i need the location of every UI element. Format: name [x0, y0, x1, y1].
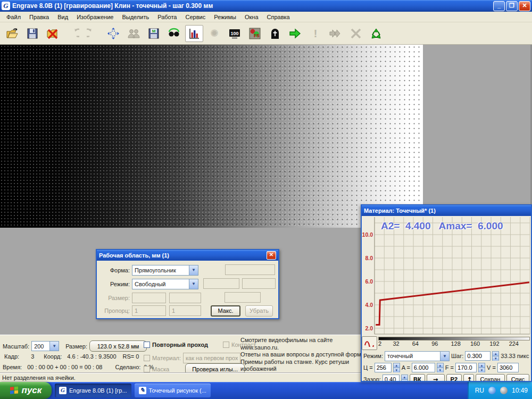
forma-select[interactable]: Прямоугольник ▼ — [132, 265, 198, 276]
workarea-dialog[interactable]: Рабочая область, мм (1) ✕ Форма: Прямоуг… — [96, 249, 279, 319]
material-chart[interactable]: A2= 4.400 Amax= 6.000 2.04.06.08.010.0 — [362, 216, 531, 336]
restore-button[interactable]: ❐ — [506, 1, 518, 11]
hidden-field-2 — [203, 278, 239, 289]
wave-mode-icon[interactable] — [362, 336, 377, 350]
max-button[interactable]: Макс. — [211, 305, 240, 317]
tray-mouse-icon[interactable] — [500, 387, 508, 394]
chevron-down-icon[interactable]: ▼ — [189, 265, 198, 275]
needle-up-button[interactable]: ↥ — [463, 374, 474, 382]
preview-glasses-icon[interactable] — [165, 25, 183, 42]
save-material-icon[interactable]: M — [145, 25, 163, 42]
taskbar-task-2[interactable]: ✎Точечный рисунок (... — [135, 384, 211, 397]
menu-item-2[interactable]: Правка — [25, 13, 53, 21]
proporc-w-field[interactable] — [132, 305, 166, 316]
a-field[interactable] — [412, 363, 435, 372]
x-tick-label: 224 — [509, 340, 519, 347]
zazor-spinner[interactable]: ▲▼ — [401, 375, 408, 382]
undo-icon[interactable] — [64, 25, 82, 42]
minimize-button[interactable]: _ — [493, 1, 505, 11]
menu-item-9[interactable]: Окна — [240, 13, 263, 21]
f-spinner[interactable]: ▲▼ — [478, 363, 485, 372]
chevron-down-icon[interactable]: ▼ — [189, 279, 198, 289]
zazor-label: Зазор: — [363, 376, 381, 382]
razmer-height-field[interactable] — [169, 293, 201, 303]
contrast-checkbox[interactable] — [223, 342, 229, 348]
size-value-button[interactable]: 123.0 x 52.8 мм — [89, 340, 147, 352]
menu-item-3[interactable]: Вид — [53, 13, 72, 21]
c-field[interactable] — [375, 363, 392, 372]
redo-icon[interactable] — [84, 25, 102, 42]
rezhim-select[interactable]: Свободный ▼ — [132, 279, 198, 289]
material-titlebar[interactable]: Материал: Точечный* (1) — [362, 205, 531, 216]
y-tick-label: 10.0 — [362, 231, 373, 238]
zazor-field[interactable] — [383, 375, 400, 382]
open-folder-icon[interactable] — [3, 25, 21, 42]
save-material-button[interactable]: Сохран — [476, 374, 505, 382]
chevron-down-icon[interactable]: ▼ — [49, 342, 59, 351]
x-tick-label: 160 — [470, 340, 480, 347]
language-indicator[interactable]: RU — [475, 387, 484, 394]
move-tool-icon[interactable] — [104, 25, 122, 42]
frame-label: Кадр: — [4, 353, 19, 360]
windows-flag-icon — [10, 386, 19, 394]
menu-item-10[interactable]: Справка — [263, 13, 294, 21]
f-label: F = — [445, 364, 454, 371]
remove-button[interactable]: Убрать — [245, 305, 273, 317]
tray-app-icon[interactable] — [488, 387, 496, 394]
menu-item-5[interactable]: Выделить — [118, 13, 153, 21]
v-field[interactable] — [497, 363, 519, 372]
hidden-field-4 — [225, 292, 261, 303]
start-button[interactable]: пуск — [0, 382, 52, 399]
toolbar: M✺100F5! — [0, 22, 532, 45]
portrait-cross-icon[interactable] — [266, 25, 284, 42]
close-button[interactable]: ✕ — [519, 1, 530, 11]
engraving-canvas[interactable] — [0, 45, 423, 228]
warning-icon[interactable]: ! — [306, 25, 325, 42]
pair-view-icon[interactable] — [124, 25, 143, 42]
taskbar: пуск GEngrave 8.0B (1) [гр...✎Точечный р… — [0, 382, 532, 399]
proporc-h-field[interactable] — [169, 305, 201, 316]
menu-item-7[interactable]: Сервис — [181, 13, 210, 21]
menu-item-6[interactable]: Работа — [153, 13, 181, 21]
workarea-dialog-titlebar[interactable]: Рабочая область, мм (1) ✕ — [97, 250, 278, 261]
repeat-pass-checkbox[interactable] — [144, 342, 150, 348]
a-spinner[interactable]: ▲▼ — [437, 363, 444, 372]
shag-field[interactable] — [465, 351, 491, 361]
menu-item-1[interactable]: Файл — [2, 13, 25, 21]
time-value: 00 : 00 00 + 00 : 00 = 00 : 08 — [27, 364, 102, 370]
save-floppy-icon[interactable] — [23, 25, 41, 42]
task-icon: ✎ — [139, 387, 146, 394]
scale-100-icon[interactable]: 100 — [226, 25, 244, 42]
histogram-icon[interactable] — [185, 25, 203, 42]
razmer-width-field[interactable] — [132, 293, 166, 303]
f5-screen-icon[interactable]: F5 — [246, 25, 264, 42]
chevron-down-icon[interactable]: ▼ — [440, 352, 449, 361]
stop-job-icon[interactable] — [347, 25, 365, 42]
y-tick-label: 6.0 — [365, 278, 373, 285]
window-titlebar[interactable]: G Engrave 8.0B (1) [гравирование] Клин -… — [0, 0, 532, 12]
menu-item-4[interactable]: Изображение — [72, 13, 118, 21]
delete-image-icon[interactable] — [44, 25, 62, 42]
power-curve-plot[interactable]: 2.04.06.08.010.0 — [362, 216, 531, 336]
f-field[interactable] — [455, 363, 477, 372]
mask-checkbox[interactable] — [144, 366, 150, 372]
workarea-close-icon[interactable]: ✕ — [267, 251, 276, 260]
menu-item-8[interactable]: Режимы — [210, 13, 240, 21]
hedgehog-test-icon[interactable]: ✺ — [205, 25, 223, 42]
recycle-icon[interactable] — [367, 25, 385, 42]
material-checkbox[interactable] — [144, 355, 150, 361]
continue-job-icon[interactable] — [327, 25, 345, 42]
material-rezhim-select[interactable]: точечный ▼ — [385, 351, 450, 361]
start-job-icon[interactable] — [286, 25, 304, 42]
material-pass-field[interactable] — [183, 353, 240, 363]
list-button[interactable]: Спис — [506, 374, 529, 382]
scale-select[interactable]: 200 ▼ — [31, 341, 59, 351]
shag-spinner[interactable]: ▲▼ — [492, 351, 499, 361]
c-spinner[interactable]: ▲▼ — [393, 363, 400, 372]
power-curve[interactable] — [376, 282, 529, 325]
next-arrow-button[interactable]: ➞ — [427, 374, 444, 382]
vk-button[interactable]: ВК — [410, 374, 426, 382]
taskbar-task-1[interactable]: GEngrave 8.0B (1) [гр... — [55, 384, 131, 397]
p2-button[interactable]: P2 — [446, 374, 462, 382]
material-window[interactable]: Материал: Точечный* (1) A2= 4.400 Amax= … — [361, 204, 532, 382]
